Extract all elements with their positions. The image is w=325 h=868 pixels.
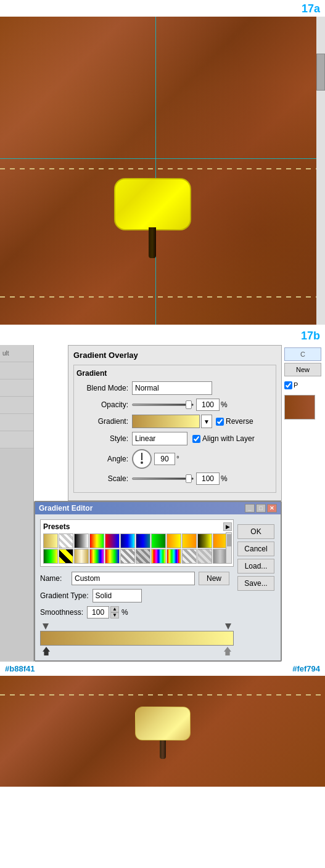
angle-row: Angle: ° [76,449,273,469]
preset-swatch-23[interactable] [197,549,212,564]
smoothness-input[interactable] [87,606,109,619]
bottom-clasp-body [135,707,191,740]
presets-arrow-btn[interactable]: ▶ [223,522,232,531]
opacity-slider[interactable] [132,404,194,406]
sidebar-item-6[interactable] [0,431,33,448]
load-btn[interactable]: Load... [237,559,274,574]
smoothness-down-btn[interactable]: ▼ [110,612,119,619]
preset-swatch-19[interactable] [136,549,150,564]
scale-thumb[interactable] [186,474,192,483]
preset-swatch-1[interactable] [43,533,58,548]
color-stop-right[interactable] [224,647,231,655]
panel-inner: ult Gradient Overlay Gradient Blend Mode… [0,345,325,662]
smoothness-up-btn[interactable]: ▲ [110,606,119,612]
titlebar-controls: _ □ ✕ [245,504,277,513]
name-row: Name: New [40,572,234,585]
overlay-p-checkbox[interactable] [284,381,292,389]
preset-swatch-15[interactable] [74,549,89,564]
preset-swatch-17[interactable] [105,549,120,564]
scale-input[interactable] [196,473,220,485]
buckle-body [114,178,191,230]
reverse-checkbox-label[interactable]: Reverse [216,417,253,426]
preset-swatch-2[interactable] [59,533,73,548]
bottom-stitch [0,694,325,696]
opacity-stop-right[interactable] [225,623,231,630]
reverse-label: Reverse [226,417,253,426]
angle-dot [141,461,143,464]
preset-swatch-9[interactable] [167,533,181,548]
preset-swatch-21[interactable] [167,549,181,564]
preset-swatch-10[interactable] [182,533,197,548]
scale-slider[interactable] [132,477,194,480]
gradient-stops-top [40,623,234,630]
style-select[interactable]: Linear [132,432,187,445]
gradient-type-select[interactable]: Solid [93,589,142,602]
preset-swatch-20[interactable] [151,549,166,564]
gradient-bar[interactable] [40,631,234,646]
preset-swatch-14[interactable] [59,549,73,564]
opacity-unit: % [221,400,228,409]
preset-swatch-4[interactable] [89,533,104,548]
section-17a-label: 17a [0,0,325,17]
save-btn[interactable]: Save... [237,576,274,591]
smoothness-stepper[interactable]: ▲ ▼ [110,606,119,619]
canvas-scrollbar[interactable] [316,17,325,325]
gradient-bar-area [40,623,234,655]
left-color-label: #b88f41 [5,664,35,673]
overlay-new-btn[interactable]: New [284,363,321,376]
restore-btn[interactable]: □ [256,504,266,513]
preset-swatch-11[interactable] [197,533,212,548]
presets-scrollbar-thumb[interactable] [227,534,232,546]
panel-area: ult Gradient Overlay Gradient Blend Mode… [0,344,325,662]
new-gradient-btn[interactable]: New [199,572,229,585]
align-layer-checkbox[interactable] [192,435,200,443]
stitch-line-top [0,168,325,169]
gradient-label: Gradient: [76,417,132,426]
overlay-content: Gradient Overlay Gradient Blend Mode: No… [34,345,282,662]
scale-row: Scale: % [76,473,273,485]
sidebar-item-2[interactable] [0,362,33,379]
close-btn[interactable]: ✕ [267,504,277,513]
opacity-input[interactable] [196,399,220,411]
ok-btn[interactable]: OK [237,524,274,539]
opacity-stop-left[interactable] [43,623,49,630]
name-input[interactable] [72,572,195,585]
angle-dial[interactable] [132,449,152,469]
gradient-preview-swatch[interactable] [132,415,200,428]
sidebar-item-1[interactable]: ult [0,345,33,362]
scrollbar-thumb[interactable] [316,54,325,91]
opacity-thumb[interactable] [186,400,192,409]
preset-swatch-18[interactable] [120,549,135,564]
preset-swatch-22[interactable] [182,549,197,564]
gradient-dropdown-arrow[interactable]: ▼ [201,415,212,428]
minimize-btn[interactable]: _ [245,504,255,513]
preset-swatch-8[interactable] [151,533,166,548]
preset-swatch-3[interactable] [74,533,89,548]
angle-unit: ° [176,455,179,463]
style-label: Style: [76,434,132,443]
name-label: Name: [40,574,68,583]
preset-swatch-6[interactable] [120,533,135,548]
sidebar-item-4[interactable] [0,397,33,414]
sidebar-item-5[interactable] [0,414,33,431]
gradient-type-select-wrapper[interactable]: Solid [93,589,142,602]
blend-mode-select-wrapper[interactable]: Normal [132,381,212,395]
crosshair-vertical [155,17,156,325]
angle-label: Angle: [76,455,132,463]
preset-swatch-5[interactable] [105,533,120,548]
sidebar-item-3[interactable] [0,379,33,397]
angle-input[interactable] [154,453,175,465]
gradient-editor-titlebar: Gradient Editor _ □ ✕ [35,502,281,514]
cancel-btn[interactable]: Cancel [237,541,274,556]
preset-swatch-7[interactable] [136,533,150,548]
blend-mode-select[interactable]: Normal [132,381,212,395]
preset-swatch-16[interactable] [89,549,104,564]
color-stop-left[interactable] [43,647,50,655]
style-select-wrapper[interactable]: Linear [132,432,187,445]
presets-scrollbar[interactable] [226,532,232,564]
presets-label: Presets [43,522,231,531]
align-layer-label[interactable]: Align with Layer [192,434,255,443]
preset-swatch-13[interactable] [43,549,58,564]
overlay-btn-1[interactable]: C [284,347,321,361]
reverse-checkbox[interactable] [216,418,224,426]
